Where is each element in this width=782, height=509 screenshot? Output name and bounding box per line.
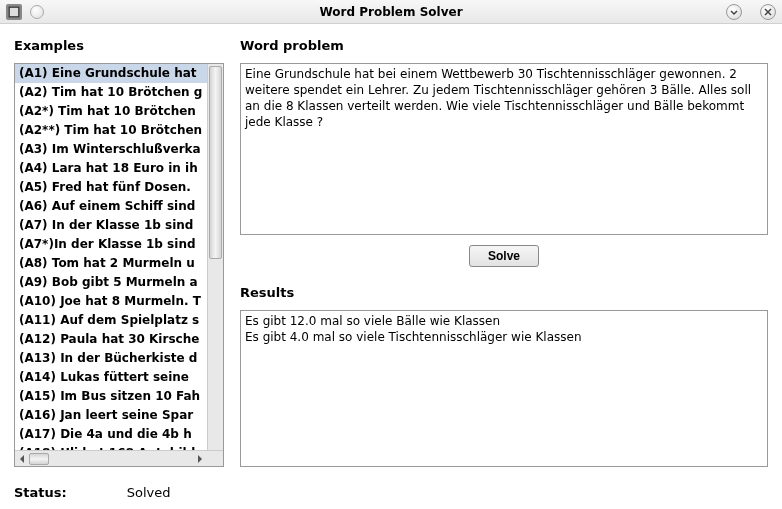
- list-item[interactable]: (A2*) Tim hat 10 Brötchen: [15, 102, 207, 121]
- list-item[interactable]: (A3) Im Winterschlußverka: [15, 140, 207, 159]
- list-item[interactable]: (A16) Jan leert seine Spar: [15, 406, 207, 425]
- list-item[interactable]: (A2**) Tim hat 10 Brötchen: [15, 121, 207, 140]
- status-label: Status:: [14, 485, 67, 500]
- examples-label: Examples: [14, 38, 224, 53]
- minimize-button[interactable]: [726, 4, 742, 20]
- list-item[interactable]: (A11) Auf dem Spielplatz s: [15, 311, 207, 330]
- scrollbar-thumb[interactable]: [29, 453, 49, 465]
- examples-vertical-scrollbar[interactable]: [207, 64, 223, 450]
- list-item[interactable]: (A17) Die 4a und die 4b h: [15, 425, 207, 444]
- list-item[interactable]: (A12) Paula hat 30 Kirsche: [15, 330, 207, 349]
- word-problem-label: Word problem: [240, 38, 768, 53]
- right-pane: Word problem Eine Grundschule hat bei ei…: [240, 38, 768, 467]
- list-item[interactable]: (A10) Joe hat 8 Murmeln. T: [15, 292, 207, 311]
- svg-rect-0: [9, 7, 19, 17]
- close-button[interactable]: [760, 4, 776, 20]
- list-item[interactable]: (A7*)In der Klasse 1b sind: [15, 235, 207, 254]
- scroll-left-icon[interactable]: [15, 452, 29, 466]
- list-item[interactable]: (A8) Tom hat 2 Murmeln u: [15, 254, 207, 273]
- results-label: Results: [240, 285, 768, 300]
- examples-pane: Examples (A1) Eine Grundschule hat(A2) T…: [14, 38, 224, 467]
- window-menu-icon[interactable]: [30, 5, 44, 19]
- list-item[interactable]: (A14) Lukas füttert seine: [15, 368, 207, 387]
- results-textarea[interactable]: Es gibt 12.0 mal so viele Bälle wie Klas…: [240, 310, 768, 467]
- list-item[interactable]: (A2) Tim hat 10 Brötchen g: [15, 83, 207, 102]
- list-item[interactable]: (A9) Bob gibt 5 Murmeln a: [15, 273, 207, 292]
- list-item[interactable]: (A15) Im Bus sitzen 10 Fah: [15, 387, 207, 406]
- scrollbar-thumb[interactable]: [209, 66, 222, 259]
- solve-button[interactable]: Solve: [469, 245, 539, 267]
- status-value: Solved: [127, 485, 171, 500]
- list-item[interactable]: (A7) In der Klasse 1b sind: [15, 216, 207, 235]
- examples-list-items[interactable]: (A1) Eine Grundschule hat(A2) Tim hat 10…: [15, 64, 207, 450]
- scrollbar-track[interactable]: [29, 452, 193, 466]
- examples-horizontal-scrollbar[interactable]: [15, 450, 223, 466]
- app-icon: [6, 4, 22, 20]
- list-item[interactable]: (A6) Auf einem Schiff sind: [15, 197, 207, 216]
- list-item[interactable]: (A4) Lara hat 18 Euro in ih: [15, 159, 207, 178]
- list-item[interactable]: (A1) Eine Grundschule hat: [15, 64, 207, 83]
- list-item[interactable]: (A5) Fred hat fünf Dosen.: [15, 178, 207, 197]
- word-problem-textarea[interactable]: Eine Grundschule hat bei einem Wettbewer…: [240, 63, 768, 235]
- statusbar: Status: Solved: [0, 475, 782, 509]
- window-title: Word Problem Solver: [319, 5, 462, 19]
- content-area: Examples (A1) Eine Grundschule hat(A2) T…: [0, 24, 782, 475]
- scroll-right-icon[interactable]: [193, 452, 207, 466]
- examples-list: (A1) Eine Grundschule hat(A2) Tim hat 10…: [14, 63, 224, 467]
- titlebar: Word Problem Solver: [0, 0, 782, 24]
- list-item[interactable]: (A13) In der Bücherkiste d: [15, 349, 207, 368]
